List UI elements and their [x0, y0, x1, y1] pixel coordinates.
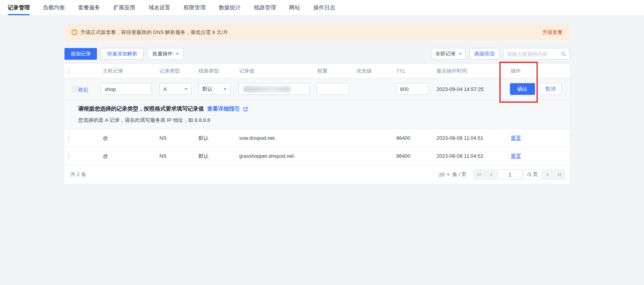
prev-page-icon — [490, 173, 492, 176]
redacted-record-value — [243, 86, 290, 92]
tab-load-balancing[interactable]: 负载均衡 — [43, 0, 65, 15]
table-footer: 共 2 条 20 条 / 页 /1 页 — [64, 165, 570, 184]
select-all-checkbox[interactable] — [68, 68, 69, 75]
first-page-button[interactable] — [474, 169, 485, 180]
row-checkbox[interactable] — [68, 153, 69, 159]
cell-host: @ — [103, 153, 159, 159]
tab-line-management[interactable]: 线路管理 — [254, 0, 276, 15]
header-ttl: TTL — [396, 68, 436, 74]
batch-operations-label: 批量操作 — [152, 50, 173, 57]
record-filter-dropdown[interactable]: 全部记录 — [432, 48, 465, 60]
search-box — [503, 48, 570, 60]
header-priority: 优先级 — [356, 68, 396, 75]
upgrade-plan-link[interactable]: 升级套餐 — [542, 29, 563, 36]
line-type-select[interactable]: 默认 — [199, 83, 231, 95]
prev-page-button[interactable] — [485, 169, 496, 180]
next-page-button[interactable] — [542, 169, 553, 180]
tab-permission-management[interactable]: 权限管理 — [184, 0, 206, 15]
help-title-text: 请根据您选择的记录类型，按照格式要求填写记录值 — [78, 105, 204, 112]
ttl-input[interactable] — [396, 83, 428, 95]
record-value-help: 请根据您选择的记录类型，按照格式要求填写记录值 查看详细指引 您选择的是 A 记… — [64, 100, 570, 129]
cell-value: sow.dnspod.net. — [239, 135, 317, 141]
tab-statistics[interactable]: 数据统计 — [219, 0, 241, 15]
record-value-input[interactable] — [238, 83, 309, 95]
header-actions: 操作 — [511, 68, 570, 75]
cell-value: grasshopper.dnspod.net. — [239, 153, 317, 159]
per-page-label: 条 / 页 — [452, 171, 467, 178]
detailed-guide-link[interactable]: 查看详细指引 — [207, 105, 240, 112]
row-checkbox[interactable] — [68, 135, 69, 141]
table-row: @ NS 默认 sow.dnspod.net. 86400 2023-08-08… — [64, 129, 570, 147]
line-type-value: 默认 — [202, 86, 213, 93]
header-last-operated: 最后操作时间 — [436, 68, 511, 75]
tab-plan-services[interactable]: 套餐服务 — [78, 0, 100, 15]
tab-record-management[interactable]: 记录管理 — [8, 0, 30, 15]
page-size-value: 20 — [439, 172, 444, 178]
cell-ttl: 86400 — [396, 153, 436, 159]
tab-domain-settings[interactable]: 域名设置 — [148, 0, 170, 15]
tab-operation-log[interactable]: 操作日志 — [313, 0, 335, 15]
toolbar: 添加记录 快速添加解析 批量操作 全部记录 高级筛选 — [64, 48, 570, 60]
chevron-down-icon — [459, 53, 462, 55]
host-record-input[interactable] — [101, 83, 152, 95]
chevron-down-icon — [184, 88, 188, 90]
chevron-down-icon — [176, 53, 179, 55]
next-page-icon — [547, 173, 549, 176]
help-description: 您选择的是 A 记录，请在此填写服务器 IP 地址，如 8.8.8.8 — [78, 117, 570, 124]
last-page-button[interactable] — [554, 169, 565, 180]
first-page-icon — [479, 173, 481, 176]
quick-add-button[interactable]: 快速添加解析 — [101, 48, 144, 60]
search-icon[interactable] — [561, 52, 566, 57]
page-size-select[interactable]: 20 条 / 页 — [439, 171, 467, 178]
cell-line: 默认 — [199, 135, 239, 142]
advanced-filter-button[interactable]: 高级筛选 — [469, 48, 499, 60]
reset-link[interactable]: 重置 — [511, 135, 521, 141]
table-header-row: 主机记录 记录类型 线路类型 记录值 权重 优先级 TTL 最后操作时间 操作 — [64, 64, 570, 78]
record-edit-row: 收起 A 默认 2023-09-04 14:57:25 确认 取消 — [64, 78, 570, 100]
collapse-link[interactable]: 收起 — [78, 86, 88, 93]
record-type-value: A — [163, 86, 167, 92]
cell-time: 2023-08-08 11:04:52 — [436, 153, 511, 159]
cell-type: NS — [159, 135, 199, 141]
cell-time: 2023-08-08 11:04:51 — [436, 135, 511, 141]
weight-input[interactable] — [317, 83, 349, 95]
record-filter-label: 全部记录 — [435, 50, 456, 57]
reset-link[interactable]: 重置 — [511, 153, 521, 159]
table-row: @ NS 默认 grasshopper.dnspod.net. 86400 20… — [64, 147, 570, 165]
batch-operations-dropdown[interactable]: 批量操作 — [148, 48, 184, 60]
dns-console-page: 记录管理 负载均衡 套餐服务 扩展应用 域名设置 权限管理 数据统计 线路管理 … — [0, 0, 644, 285]
last-page-icon — [558, 173, 560, 176]
confirm-button[interactable]: 确认 — [510, 83, 535, 95]
tab-website[interactable]: 网站 — [289, 0, 300, 15]
cell-line: 默认 — [199, 153, 239, 160]
record-type-select[interactable]: A — [159, 83, 191, 95]
records-table: 主机记录 记录类型 线路类型 记录值 权重 优先级 TTL 最后操作时间 操作 … — [64, 64, 570, 184]
page-number-input[interactable] — [497, 169, 523, 180]
header-host: 主机记录 — [103, 68, 159, 75]
top-nav: 记录管理 负载均衡 套餐服务 扩展应用 域名设置 权限管理 数据统计 线路管理 … — [0, 0, 644, 16]
total-count: 共 2 条 — [70, 171, 86, 178]
pagination: /1 页 — [474, 169, 565, 180]
banner-text: 升级正式版套餐，获得更极致的 DNS 解析服务，最低仅需 8 元/月 — [80, 29, 542, 36]
search-input[interactable] — [507, 51, 561, 57]
cell-type: NS — [159, 153, 199, 159]
header-type: 记录类型 — [159, 68, 199, 75]
cell-ttl: 86400 — [396, 135, 436, 141]
header-value: 记录值 — [239, 68, 317, 75]
header-line: 线路类型 — [199, 68, 239, 75]
external-link-icon — [243, 107, 248, 112]
cell-host: @ — [103, 135, 159, 141]
chevron-down-icon — [224, 88, 227, 90]
warning-icon: ! — [72, 29, 77, 35]
tab-extensions[interactable]: 扩展应用 — [113, 0, 135, 15]
header-weight: 权重 — [317, 68, 356, 75]
add-record-button[interactable]: 添加记录 — [64, 48, 97, 60]
chevron-down-icon — [447, 174, 450, 176]
upgrade-banner: ! 升级正式版套餐，获得更极致的 DNS 解析服务，最低仅需 8 元/月 升级套… — [64, 24, 570, 40]
page-total-label: /1 页 — [524, 169, 542, 180]
cancel-button[interactable]: 取消 — [540, 83, 562, 95]
row-checkbox[interactable] — [72, 86, 79, 92]
edit-row-timestamp: 2023-09-04 14:57:25 — [436, 86, 484, 92]
